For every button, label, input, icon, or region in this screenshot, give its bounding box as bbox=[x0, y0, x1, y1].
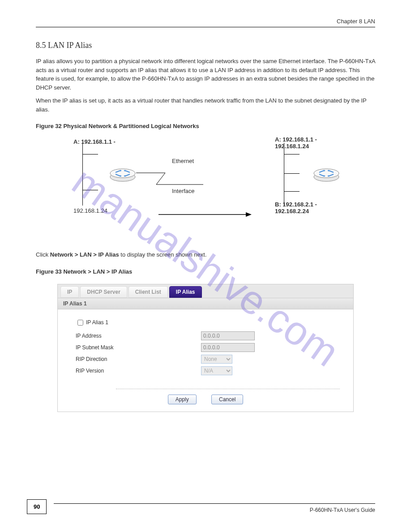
ip-alias-1-checkbox-label: IP Alias 1 bbox=[86, 319, 108, 326]
diagram-line bbox=[82, 143, 83, 206]
footer-guide-text: P-660HN-TxA User's Guide bbox=[310, 507, 375, 513]
nav-instruction: Click Network > LAN > IP Alias to displa… bbox=[36, 250, 375, 259]
diagram-line bbox=[284, 154, 300, 154]
cancel-button[interactable]: Cancel bbox=[211, 395, 243, 404]
ip-alias-1-checkbox[interactable] bbox=[77, 320, 83, 326]
diagram-zigzag bbox=[136, 170, 203, 188]
form-area: IP Alias 1 IP Address IP Subnet Mask RIP… bbox=[58, 309, 353, 382]
router-icon bbox=[313, 164, 340, 182]
right-subnet-b-label-2: 192.168.2.24 bbox=[275, 208, 309, 215]
left-subnet-a-label-1: A: 192.168.1.1 - bbox=[73, 138, 116, 145]
arrow-icon bbox=[158, 210, 253, 219]
left-subnet-a-label-2: 192.168.1.24 bbox=[73, 207, 107, 214]
page-number: 90 bbox=[27, 499, 47, 514]
chapter-header: Chapter 8 LAN bbox=[36, 18, 375, 25]
diagram-line bbox=[82, 154, 98, 154]
tab-client-list[interactable]: Client List bbox=[128, 286, 168, 298]
figure-33-title: Figure 33 Network > LAN > IP Alias bbox=[36, 268, 375, 275]
diagram-line bbox=[82, 190, 98, 190]
ethernet-label-1: Ethernet bbox=[172, 158, 194, 164]
right-subnet-a-label-1: A: 192.168.1.1 - bbox=[275, 136, 317, 143]
ip-address-input[interactable] bbox=[201, 331, 255, 340]
svg-marker-7 bbox=[246, 212, 252, 217]
right-subnet-b-label-1: B: 192.168.2.1 - bbox=[275, 201, 317, 208]
tab-ip-alias[interactable]: IP Alias bbox=[169, 286, 202, 298]
tabs: IP DHCP Server Client List IP Alias bbox=[58, 284, 353, 298]
diagram-line bbox=[284, 143, 284, 206]
apply-button[interactable]: Apply bbox=[168, 395, 197, 404]
footer-rule bbox=[54, 503, 375, 504]
diagram-line bbox=[284, 191, 300, 192]
router-icon bbox=[109, 164, 136, 182]
rip-direction-label: RIP Direction bbox=[76, 356, 201, 362]
rip-direction-select[interactable]: None bbox=[201, 355, 232, 364]
ip-alias-panel: IP DHCP Server Client List IP Alias IP A… bbox=[57, 284, 354, 412]
right-subnet-a-label-2: 192.168.1.24 bbox=[275, 143, 309, 150]
panel-section-header: IP Alias 1 bbox=[58, 298, 353, 309]
paragraph-2: When the IP alias is set up, it acts as … bbox=[36, 96, 375, 114]
ethernet-label-2: Interface bbox=[172, 188, 195, 194]
tab-ip[interactable]: IP bbox=[60, 286, 79, 298]
section-title-8-5: 8.5 LAN IP Alias bbox=[36, 41, 375, 50]
rip-version-select[interactable]: N/A bbox=[201, 366, 232, 375]
subnet-mask-label: IP Subnet Mask bbox=[76, 344, 201, 351]
paragraph-1: IP alias allows you to partition a physi… bbox=[36, 57, 375, 92]
figure-32-title: Figure 32 Physical Network & Partitioned… bbox=[36, 123, 375, 129]
rip-version-label: RIP Version bbox=[76, 368, 201, 374]
diagram-line bbox=[284, 173, 300, 174]
tab-dhcp-server[interactable]: DHCP Server bbox=[80, 286, 127, 298]
subnet-mask-input[interactable] bbox=[201, 343, 255, 352]
ip-address-label: IP Address bbox=[76, 333, 201, 339]
network-diagram: A: 192.168.1.1 - 192.168.1.24 Ethernet I… bbox=[49, 138, 362, 241]
divider bbox=[116, 389, 340, 389]
svg-point-1 bbox=[110, 169, 135, 178]
svg-point-9 bbox=[314, 169, 339, 178]
header-rule bbox=[36, 27, 375, 27]
